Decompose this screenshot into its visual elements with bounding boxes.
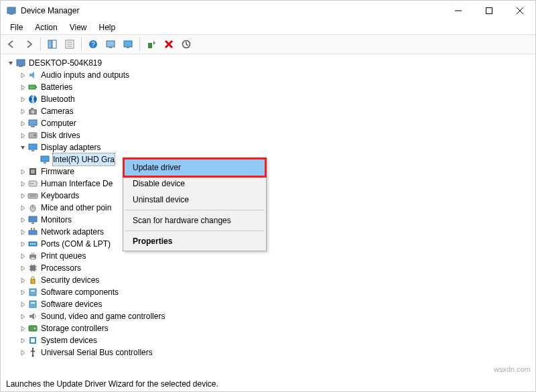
tree-node-label: Sound, video and game controllers — [41, 310, 165, 322]
context-item[interactable]: Update driver — [123, 157, 267, 178]
tree-node[interactable]: Network adapters — [3, 226, 530, 238]
svg-rect-49 — [31, 222, 34, 224]
caret-right-icon[interactable] — [18, 239, 27, 249]
tree-node[interactable]: Firmware — [3, 166, 530, 178]
forward-button[interactable] — [21, 36, 37, 52]
back-button[interactable] — [3, 36, 19, 52]
caret-right-icon[interactable] — [18, 119, 27, 128]
caret-right-icon[interactable] — [18, 191, 27, 200]
tree-node[interactable]: Ports (COM & LPT) — [3, 238, 530, 250]
usb-icon — [27, 347, 38, 358]
svg-rect-37 — [44, 162, 46, 164]
port-icon — [27, 239, 38, 249]
svg-point-56 — [34, 243, 36, 245]
tree-root-label: DESKTOP-504K819 — [29, 57, 102, 69]
maximize-button[interactable] — [474, 1, 505, 21]
tree-node[interactable]: Cameras — [3, 105, 530, 117]
tree-node[interactable]: Mice and other poin — [3, 202, 530, 214]
caret-right-icon[interactable] — [18, 179, 27, 188]
svg-rect-36 — [41, 156, 49, 161]
caret-right-icon[interactable] — [18, 203, 27, 212]
context-item[interactable]: Uninstall device — [125, 192, 265, 208]
svg-rect-74 — [29, 326, 37, 331]
context-item[interactable]: Properties — [125, 233, 265, 249]
caret-right-icon[interactable] — [18, 300, 27, 309]
tree-node-label: Network adapters — [41, 226, 104, 238]
tree-node[interactable]: System devices — [3, 334, 530, 346]
svg-rect-50 — [29, 231, 37, 235]
tree-node[interactable]: Keyboards — [3, 190, 530, 202]
tree-node-label: Bluetooth — [41, 93, 75, 105]
tree-node[interactable]: Human Interface De — [3, 178, 530, 190]
context-item[interactable]: Disable device — [125, 176, 265, 192]
svg-rect-0 — [7, 7, 15, 13]
caret-right-icon[interactable] — [18, 251, 27, 261]
tree-node-label: Monitors — [41, 214, 72, 226]
audio-icon — [27, 70, 38, 80]
tree-node-label: Ports (COM & LPT) — [41, 238, 111, 250]
tree-node[interactable]: Sound, video and game controllers — [3, 310, 530, 322]
caret-right-icon[interactable] — [18, 275, 27, 285]
security-icon — [27, 275, 38, 285]
scan-hardware-button[interactable] — [178, 36, 194, 52]
watermark: wsxdn.com — [494, 365, 531, 373]
caret-right-icon[interactable] — [18, 94, 27, 104]
show-hide-console-tree-button[interactable] — [44, 36, 60, 52]
tree-root[interactable]: DESKTOP-504K819 — [3, 57, 530, 69]
caret-right-icon[interactable] — [18, 336, 27, 345]
device-tree[interactable]: DESKTOP-504K819 Audio inputs and outputs… — [3, 57, 530, 358]
caret-right-icon[interactable] — [18, 70, 27, 80]
menu-help[interactable]: Help — [94, 21, 121, 34]
caret-right-icon[interactable] — [18, 287, 27, 297]
caret-right-icon[interactable] — [18, 348, 27, 357]
caret-right-icon[interactable] — [18, 324, 27, 333]
update-driver-button[interactable] — [143, 36, 159, 52]
tree-node[interactable]: Batteries — [3, 81, 530, 93]
tree-node[interactable]: Security devices — [3, 274, 530, 286]
monitor-button[interactable] — [120, 36, 136, 52]
tree-node[interactable]: Computer — [3, 117, 530, 129]
tree-node[interactable]: Processors — [3, 262, 530, 274]
tree-node[interactable]: Software components — [3, 286, 530, 298]
tree-node[interactable]: Universal Serial Bus controllers — [3, 346, 530, 358]
svg-rect-69 — [31, 279, 35, 283]
tree-node[interactable]: Audio inputs and outputs — [3, 69, 530, 81]
svg-point-33 — [34, 134, 36, 137]
caret-right-icon[interactable] — [18, 107, 27, 116]
menu-action[interactable]: Action — [29, 21, 62, 34]
caret-right-icon[interactable] — [18, 312, 27, 321]
caret-down-icon[interactable] — [18, 143, 27, 152]
content-area: DESKTOP-504K819 Audio inputs and outputs… — [1, 54, 535, 377]
tree-node[interactable]: Disk drives — [3, 129, 530, 141]
tree-node-label: Software components — [41, 286, 119, 298]
svg-rect-79 — [32, 348, 34, 349]
tree-node[interactable]: Software devices — [3, 298, 530, 310]
tree-node-label: System devices — [41, 334, 97, 346]
tree-node[interactable]: Print queues — [3, 250, 530, 262]
refresh-button[interactable] — [103, 36, 119, 52]
menu-file[interactable]: File — [5, 21, 28, 34]
tree-node[interactable]: Bluetooth — [3, 93, 530, 105]
uninstall-button[interactable] — [161, 36, 177, 52]
sound-icon — [27, 311, 38, 322]
context-item[interactable]: Scan for hardware changes — [125, 212, 265, 228]
close-button[interactable] — [505, 1, 535, 21]
caret-down-icon[interactable] — [6, 58, 15, 68]
caret-right-icon[interactable] — [18, 82, 27, 92]
caret-right-icon[interactable] — [18, 263, 27, 273]
tree-child[interactable]: Intel(R) UHD Gra — [3, 153, 530, 166]
caret-right-icon[interactable] — [18, 131, 27, 140]
tree-node[interactable]: Monitors — [3, 214, 530, 226]
minimize-button[interactable] — [443, 1, 474, 21]
caret-right-icon[interactable] — [18, 227, 27, 237]
tree-node[interactable]: Display adapters — [3, 141, 530, 153]
tree-node[interactable]: Storage controllers — [3, 322, 530, 334]
caret-right-icon[interactable] — [18, 167, 27, 176]
tree-node-label: Firmware — [41, 166, 74, 178]
toolbar-separator — [139, 38, 140, 51]
properties-button[interactable] — [62, 36, 78, 52]
caret-right-icon[interactable] — [18, 215, 27, 224]
context-separator — [125, 231, 264, 231]
menu-view[interactable]: View — [64, 21, 92, 34]
help-button[interactable]: ? — [85, 36, 101, 52]
